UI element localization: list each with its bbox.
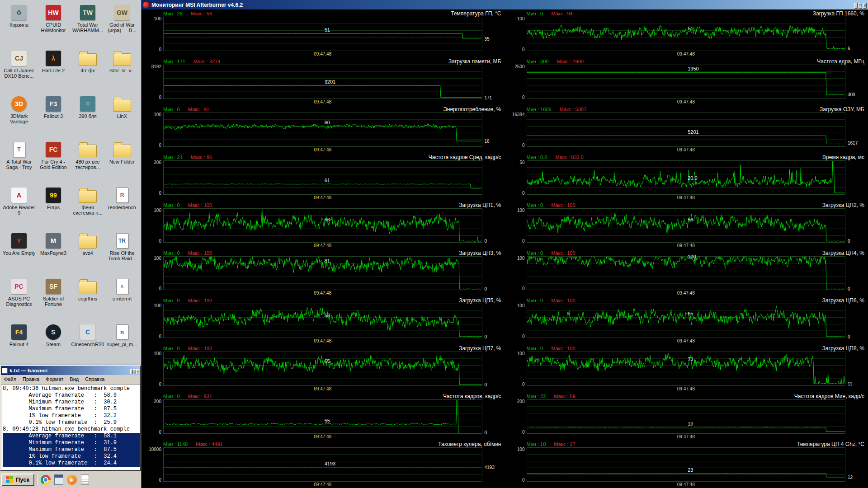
desktop-icon-0[interactable]: ♻Корзина xyxy=(2,3,36,48)
notepad-menu-0[interactable]: Файл xyxy=(1,376,19,382)
graph-plot[interactable]: 419309:47:484193 xyxy=(163,447,482,482)
desktop-icon-16[interactable]: AAdobe Reader 9 xyxy=(2,185,36,231)
timestamp: 09:47:48 xyxy=(677,291,695,296)
y-axis-min-label: 0 xyxy=(143,143,161,148)
graph-plot[interactable]: 10009:47:480 xyxy=(527,256,846,291)
current-value: 0 xyxy=(483,239,503,244)
y-axis-min-label: 0 xyxy=(507,430,525,435)
quicklaunch-chrome-icon[interactable] xyxy=(40,474,52,486)
notepad-titlebar[interactable]: k.txt — Блокнот –□× xyxy=(1,366,140,375)
time-cursor-line xyxy=(686,209,686,242)
desktop-icon-31[interactable]: πsuper_pi_m... xyxy=(105,322,139,368)
desktop-icon-1[interactable]: HWCPUID HWMonitor xyxy=(36,3,71,48)
graph-plot[interactable]: 5809:47:480 xyxy=(163,304,482,338)
current-value: 0 xyxy=(846,239,866,244)
y-axis-max-label: 200 xyxy=(507,399,525,404)
desktop-icon-21[interactable]: MMaxPayne3 xyxy=(36,231,71,277)
close-button[interactable]: × xyxy=(136,369,139,374)
desktop-icon-13[interactable]: FCFar Cry 4 - Gold Edition xyxy=(36,140,71,185)
notepad-text-area[interactable]: 8, 09:40:36 hitman.exe benchmark comple … xyxy=(1,384,140,470)
graph-plot[interactable]: 195009:47:48300 xyxy=(527,65,846,99)
graph-plot[interactable]: 5109:47:4835 xyxy=(163,17,482,51)
quicklaunch-calculator-icon[interactable] xyxy=(53,474,65,486)
desktop-icon-15[interactable]: New Folder xyxy=(105,140,139,185)
desktop-icon-20[interactable]: YYou Are Empty xyxy=(2,231,36,277)
graph-plot[interactable]: 2309:47:4812 xyxy=(527,447,846,482)
desktop-icon-25[interactable]: SFSoldier of Fortune xyxy=(36,277,71,322)
graph-plot[interactable]: 6009:47:4816 xyxy=(163,113,482,147)
panel-header: Мин : 10Макс : 27Температура ЦП 4 Ghz, °… xyxy=(506,440,868,447)
desktop-icon-12[interactable]: TA Total War Saga - Troy xyxy=(2,140,36,185)
maximize-button[interactable]: □ xyxy=(859,3,862,9)
notepad-menu-2[interactable]: Формат xyxy=(42,376,66,382)
y-axis-max-label: 100 xyxy=(507,16,525,21)
desktop-icon-4[interactable]: CJCall of Juarez DX10 Benc... xyxy=(2,48,36,94)
timestamp: 09:47:48 xyxy=(677,147,695,152)
monitor-panel-0-4: Мин : 0Макс : 100Загрузка ЦП1, %10005609… xyxy=(142,201,505,249)
desktop-icon-9[interactable]: F3Fallout 3 xyxy=(36,94,71,140)
time-cursor-line xyxy=(323,209,323,242)
document-icon: T xyxy=(13,142,25,157)
monitor-panel-0-9: Мин : 1148Макс : 4491Тахометр кулера, об… xyxy=(142,440,505,488)
graph-plot[interactable]: 6509:47:480 xyxy=(527,304,846,338)
desktop-icon-label: cegrfhns xyxy=(78,296,97,301)
y-axis-min-label: 0 xyxy=(507,191,525,196)
notepad-menu-1[interactable]: Правка xyxy=(19,376,42,382)
graph-plot[interactable]: 20.009:47:48 xyxy=(527,160,846,195)
quicklaunch-media-player-icon[interactable]: ▶ xyxy=(66,474,78,486)
graph-plot[interactable]: 6509:47:480 xyxy=(163,352,482,386)
graph-plot[interactable]: 3209:47:48 xyxy=(527,399,846,434)
current-value: 0 xyxy=(846,286,866,291)
desktop-icon-11[interactable]: LinX xyxy=(105,94,139,140)
desktop-icon-23[interactable]: TRRise Of the Tomb Raid... xyxy=(105,231,139,277)
desktop-icon-10[interactable]: ≡390 бля xyxy=(71,94,105,140)
graph-plot[interactable]: 6109:47:48 xyxy=(163,160,482,195)
desktop-icon-label: A Total War Saga - Troy xyxy=(2,159,36,170)
timestamp: 09:47:48 xyxy=(677,99,695,104)
cursor-value: 56 xyxy=(688,217,693,222)
desktop-icon-2[interactable]: TWTotal War WARHAMM... xyxy=(71,3,105,48)
graph-plot[interactable]: 320109:47:48171 xyxy=(163,65,482,99)
desktop-icon-label: Istor_sr_v... xyxy=(109,68,135,73)
timestamp: 09:47:48 xyxy=(314,291,331,296)
desktop-icon-7[interactable]: Istor_sr_v... xyxy=(105,48,139,94)
desktop-icon-18[interactable]: феня системка н... xyxy=(71,185,105,231)
minimize-button[interactable]: – xyxy=(854,3,858,9)
desktop-icon-30[interactable]: CCinebenchR20 xyxy=(71,322,105,368)
notepad-menu-3[interactable]: Вид xyxy=(66,376,82,382)
panel-graph-area: 10006509:47:480 xyxy=(506,303,868,344)
desktop-icon-29[interactable]: SSteam xyxy=(36,322,71,368)
notepad-menu-4[interactable]: Справка xyxy=(82,376,108,382)
panel-graph-area: 163840520109:47:481617 xyxy=(506,112,868,153)
afterburner-window: Мониторинг MSI Afterburner v4.6.2 –□× Ми… xyxy=(141,0,868,488)
graph-plot[interactable]: 5109:47:486 xyxy=(527,17,846,51)
desktop-icon-27[interactable]: ss internrt xyxy=(105,277,139,322)
desktop-icon-17[interactable]: 99Fraps xyxy=(36,185,71,231)
current-value: 4193 xyxy=(483,465,503,470)
desktop-icon-14[interactable]: 480 px все тестиров... xyxy=(71,140,105,185)
desktop-icon-3[interactable]: GWGod of War (игра) — B... xyxy=(105,3,139,48)
desktop-icon-19[interactable]: Rrenderbench xyxy=(105,185,139,231)
afterburner-titlebar[interactable]: Мониторинг MSI Afterburner v4.6.2 –□× xyxy=(142,0,868,9)
graph-plot[interactable]: 8109:47:480 xyxy=(163,256,482,291)
panel-graph-area: 10002309:47:4812 xyxy=(506,447,868,488)
quicklaunch-notepad-icon[interactable] xyxy=(79,474,91,486)
start-button[interactable]: Пуск xyxy=(1,474,34,486)
graph-plot[interactable]: 5509:47:480 xyxy=(163,399,482,434)
graph-plot[interactable]: 7309:47:4811 xyxy=(527,352,846,386)
desktop-icon-24[interactable]: PCASUS PC Diagnostics xyxy=(2,277,36,322)
desktop-icon-26[interactable]: cegrfhns xyxy=(71,277,105,322)
desktop-icon-28[interactable]: F4Fallout 4 xyxy=(2,322,36,368)
desktop-icon-6[interactable]: 4гг фх xyxy=(71,48,105,94)
desktop-icon-5[interactable]: λHalf-Life 2 xyxy=(36,48,71,94)
graph-plot[interactable]: 5609:47:480 xyxy=(163,208,482,243)
desktop-icon-label: CinebenchR20 xyxy=(71,342,104,347)
notepad-line-11: 0.1% low framerate : 24.4 xyxy=(3,460,140,467)
desktop-icon-22[interactable]: avz4 xyxy=(71,231,105,277)
desktop-icon-label: Soldier of Fortune xyxy=(37,296,70,307)
panel-max-value: Макс : 3274 xyxy=(193,59,220,64)
desktop-icon-8[interactable]: 3D3DMark Vantage xyxy=(2,94,36,140)
graph-plot[interactable]: 5609:47:480 xyxy=(527,208,846,243)
close-button[interactable]: × xyxy=(863,3,867,9)
graph-plot[interactable]: 520109:47:481617 xyxy=(527,113,846,147)
